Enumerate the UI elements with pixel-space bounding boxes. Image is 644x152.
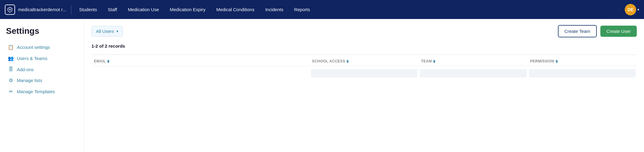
team-sort-icon [433, 60, 435, 63]
dropdown-chevron-icon: ▾ [116, 29, 118, 33]
nav-item-staff[interactable]: Staff [102, 0, 122, 19]
sidebar-item-users-teams[interactable]: 👥 Users & Teams [6, 53, 78, 64]
col-header-school-access[interactable]: SCHOOL ACCESS [310, 59, 419, 63]
col-permission-label: PERMISSION [530, 59, 554, 63]
sidebar-item-account-settings[interactable]: 📋 Account settings [6, 42, 78, 52]
permission-sort-icon [556, 60, 558, 63]
nav-item-medication-use[interactable]: Medication Use [122, 0, 164, 19]
table-header: EMAIL SCHOOL ACCESS TEAM [91, 55, 637, 63]
sidebar-item-add-ons[interactable]: 🗄 Add-ons [6, 64, 78, 74]
col-school-access-label: SCHOOL ACCESS [312, 59, 345, 63]
nav-item-students[interactable]: Students [74, 0, 102, 19]
nav-logo[interactable]: medicaltrackerdemot r... [5, 5, 66, 15]
sidebar-nav: 📋 Account settings 👥 Users & Teams 🗄 Add… [6, 42, 78, 97]
add-ons-icon: 🗄 [8, 67, 14, 72]
settings-title: Settings [6, 26, 78, 36]
sidebar: Settings 📋 Account settings 👥 Users & Te… [0, 19, 84, 152]
manage-lists-icon: ⚙ [8, 78, 14, 83]
nav-items: Students Staff Medication Use Medication… [74, 0, 625, 19]
col-header-email[interactable]: EMAIL [91, 59, 310, 63]
create-user-button[interactable]: Create User [600, 26, 637, 37]
table-row [91, 66, 637, 81]
nav-right: DE ▾ [625, 4, 639, 15]
email-sort-icon [107, 60, 110, 63]
col-email-label: EMAIL [94, 59, 106, 63]
school-access-sort-icon [346, 60, 349, 63]
cell-school-access [311, 69, 417, 78]
sidebar-item-manage-templates[interactable]: ✏ Manage Templates [6, 86, 78, 97]
create-team-button[interactable]: Create Team [558, 25, 597, 37]
nav-divider [71, 5, 71, 14]
top-nav: medicaltrackerdemot r... Students Staff … [0, 0, 644, 19]
all-users-label: All Users [96, 29, 114, 34]
nav-item-medical-conditions[interactable]: Medical Conditions [211, 0, 260, 19]
app-name: medicaltrackerdemot r... [18, 7, 66, 12]
nav-item-reports[interactable]: Reports [289, 0, 315, 19]
panel-header: All Users ▾ Create Team Create User [91, 25, 637, 37]
records-count: 1-2 of 2 records [91, 43, 637, 49]
avatar[interactable]: DE [625, 4, 636, 15]
users-teams-icon: 👥 [8, 55, 14, 61]
avatar-chevron-icon[interactable]: ▾ [637, 8, 639, 12]
col-team-label: TEAM [421, 59, 432, 63]
cell-team [420, 69, 526, 78]
sidebar-item-manage-lists[interactable]: ⚙ Manage lists [6, 75, 78, 86]
sidebar-item-label-add-ons: Add-ons [17, 67, 34, 72]
sidebar-item-label-manage-lists: Manage lists [17, 78, 42, 83]
col-header-permission[interactable]: PERMISSION [528, 59, 637, 63]
cell-email [91, 69, 310, 78]
sidebar-item-label-users-teams: Users & Teams [17, 56, 47, 61]
manage-templates-icon: ✏ [8, 89, 14, 94]
main-content: Settings 📋 Account settings 👥 Users & Te… [0, 19, 644, 152]
right-panel: All Users ▾ Create Team Create User 1-2 … [84, 19, 644, 152]
nav-item-medication-expiry[interactable]: Medication Expiry [164, 0, 211, 19]
nav-item-incidents[interactable]: Incidents [260, 0, 289, 19]
header-buttons: Create Team Create User [558, 25, 637, 37]
all-users-dropdown[interactable]: All Users ▾ [91, 26, 123, 36]
logo-icon [5, 5, 15, 15]
col-header-team[interactable]: TEAM [419, 59, 528, 63]
sidebar-item-label-manage-templates: Manage Templates [17, 89, 55, 94]
sidebar-item-label-account-settings: Account settings [17, 45, 50, 50]
account-settings-icon: 📋 [8, 44, 14, 50]
cell-permission [529, 69, 636, 78]
